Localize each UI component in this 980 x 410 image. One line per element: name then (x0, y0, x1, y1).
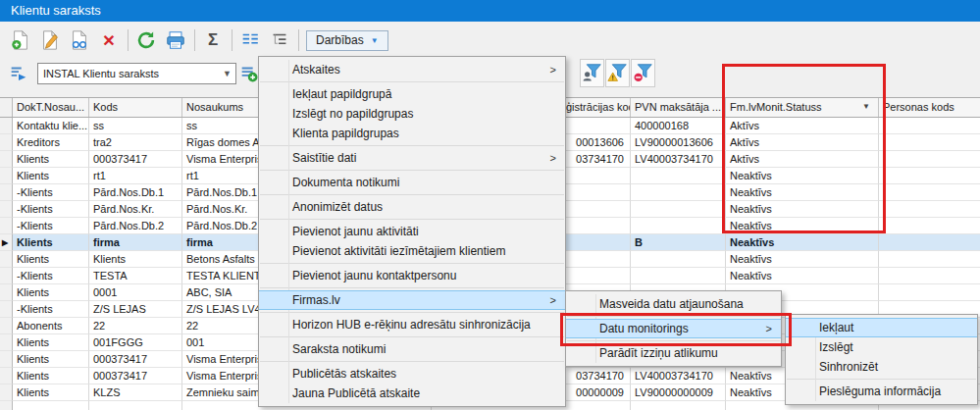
menu-item-pievienot-jaunu-kontaktpersonu[interactable]: Pievienot jaunu kontaktpersonu (259, 266, 565, 285)
table-cell: -Klients (13, 268, 89, 284)
delete-button[interactable]: ✕ (96, 27, 122, 53)
row-selector-cell[interactable] (0, 151, 13, 168)
row-selector-cell[interactable] (0, 218, 13, 234)
table-cell (879, 201, 980, 218)
menu-item-masveida-datu-atjauno-ana[interactable]: Masveida datu atjaunošana (566, 294, 781, 314)
column-header-pvn-maks-t-ja[interactable]: PVN maksātāja ... (631, 98, 726, 117)
row-selector-cell[interactable] (0, 168, 13, 184)
menu-item-sinhroniz-t[interactable]: Sinhronizēt (786, 357, 977, 377)
column-header-label: Nosaukums (186, 101, 243, 113)
menu-item-par-d-t-izzi-u-atlikumu[interactable]: Parādīt izziņu atlikumu (566, 343, 781, 363)
row-selector-cell[interactable] (0, 318, 13, 334)
toolbar-separator (232, 29, 232, 51)
menu-item-pievienot-aktivit-ti-iez-m-tajiem-klientiem[interactable]: Pievienot aktivitāti iezīmētajiem klient… (259, 241, 565, 261)
column-header-dokt-nosau[interactable]: DokT.Nosau... (13, 98, 89, 117)
warning-filter-button[interactable] (605, 59, 630, 87)
table-cell (879, 218, 980, 234)
row-selector-cell[interactable] (0, 134, 13, 151)
row-selector-cell[interactable]: ▶ (0, 234, 13, 251)
table-cell (13, 401, 89, 410)
row-selector-cell[interactable] (0, 284, 13, 301)
table-cell: Neaktīvs (726, 234, 879, 251)
column-filter-icon[interactable]: ▼ (862, 98, 870, 116)
row-selector-cell[interactable] (0, 268, 13, 284)
menu-item-label: Horizon HUB e-rēķinu adresātu sinhronizā… (292, 318, 531, 332)
row-selector-cell[interactable] (0, 384, 13, 401)
table-cell: LV40003734170 (631, 368, 726, 384)
column-header-label: Fm.lvMonit.Statuss (730, 101, 822, 113)
menu-item-anonimiz-t-datus[interactable]: Anonimizēt datus (259, 197, 565, 217)
clear-filter-button[interactable] (631, 59, 655, 87)
tree-view-button[interactable] (267, 27, 292, 53)
menu-item-saraksta-notikumi[interactable]: Saraksta notikumi (259, 339, 565, 359)
menu-item-dokumenta-notikumi[interactable]: Dokumenta notikumi (259, 173, 565, 192)
current-row-arrow-icon: ▶ (2, 235, 8, 251)
table-cell (631, 201, 726, 218)
menu-item-public-t-s-atskaites[interactable]: Publicētās atskaites (259, 364, 565, 384)
user-filter-button[interactable] (580, 59, 604, 87)
menu-item-label: Sinhronizēt (819, 360, 878, 374)
filter-button-group (580, 59, 655, 87)
table-cell: Neaktīvs (726, 168, 879, 184)
row-selector-cell[interactable] (0, 334, 13, 351)
table-cell: Neaktīvs (726, 268, 879, 284)
table-cell (631, 218, 726, 234)
menu-item-label: Saraksta notikumi (292, 342, 386, 356)
monitorings-submenu: IekļautIzslēgtSinhronizētPieslēguma info… (785, 314, 978, 405)
row-selector-header[interactable] (0, 98, 13, 117)
menu-item-label: Atskaites (292, 63, 340, 77)
menu-item-izsl-gt-no-papildgrupas[interactable]: Izslēgt no papildgrupas (259, 104, 565, 124)
column-header-kods[interactable]: Kods (89, 98, 182, 117)
menu-separator (260, 336, 564, 337)
row-selector-cell[interactable] (0, 184, 13, 201)
menu-item-atskaites[interactable]: Atskaites> (259, 60, 565, 79)
user-filter-icon (582, 62, 602, 84)
row-selector-cell[interactable] (0, 118, 13, 134)
row-selector-cell[interactable] (0, 301, 13, 318)
row-selector-cell[interactable] (0, 368, 13, 384)
print-button[interactable] (163, 27, 188, 53)
refresh-button[interactable] (133, 27, 159, 53)
firmaslv-submenu: Masveida datu atjaunošanaDatu monitoring… (565, 290, 782, 367)
new-document-button[interactable] (8, 27, 33, 53)
table-cell: Klients (13, 384, 89, 401)
list-view-button[interactable] (237, 27, 263, 53)
menu-separator (260, 361, 564, 362)
menu-item-datu-monitorings[interactable]: Datu monitorings> (566, 319, 781, 338)
menu-separator (787, 379, 976, 380)
menu-separator (260, 81, 564, 82)
table-cell: 000373417 (89, 351, 182, 368)
menu-item-piesl-guma-inform-cija[interactable]: Pieslēguma informācija (786, 382, 977, 401)
menu-item-label: Izslēgt no papildgrupas (292, 107, 413, 121)
menu-item-jauna-public-t-atskaite[interactable]: Jauna Publicētā atskaite (259, 384, 565, 403)
menu-item-klienta-papildgrupas[interactable]: Klienta papildgrupas (259, 124, 565, 143)
sum-button[interactable]: Σ (200, 27, 226, 53)
list-add-icon (238, 63, 260, 84)
row-selector-cell[interactable] (0, 401, 13, 410)
menu-item-firmas-lv[interactable]: Firmas.lv> (259, 290, 565, 310)
column-header-personas-kods[interactable]: Personas kods (879, 98, 980, 117)
row-selector-cell[interactable] (0, 351, 13, 368)
row-selector-cell[interactable] (0, 201, 13, 218)
menu-item-pievienot-jaunu-aktivit-ti[interactable]: Pievienot jaunu aktivitāti (259, 222, 565, 241)
table-cell: Klients (89, 251, 182, 268)
toolbar-separator (194, 29, 195, 51)
menu-item-saist-tie-dati[interactable]: Saistītie dati> (259, 148, 565, 168)
row-selector-cell[interactable] (0, 251, 13, 268)
menu-item-horizon-hub-e-r-inu-adres-tu-sinhroniz-cija[interactable]: Horizon HUB e-rēķinu adresātu sinhronizā… (259, 315, 565, 334)
menu-item-izsl-gt[interactable]: Izslēgt (786, 337, 977, 357)
table-cell: tra2 (89, 134, 182, 151)
view-document-button[interactable] (67, 27, 92, 53)
menu-item-label: Izslēgt (819, 340, 853, 354)
edit-document-button[interactable] (37, 27, 63, 53)
table-cell: firma (89, 234, 182, 251)
table-cell: 000373417 (89, 151, 182, 168)
menu-item-iek-aut[interactable]: Iekļaut (786, 318, 977, 337)
column-header-fm-lvmonit-statuss[interactable]: Fm.lvMonit.Statuss▼ (726, 98, 879, 117)
menu-item-iek-aut-papildgrup[interactable]: Iekļaut papildgrupā (259, 84, 565, 104)
actions-button[interactable]: Darbības ▼ (306, 30, 388, 51)
filter-rows-button[interactable] (6, 61, 31, 86)
table-cell (89, 401, 182, 410)
column-header-label: Personas kods (883, 101, 954, 113)
view-selector-combobox[interactable]: INSTAL Klientu saraksts ▼ (37, 63, 236, 84)
